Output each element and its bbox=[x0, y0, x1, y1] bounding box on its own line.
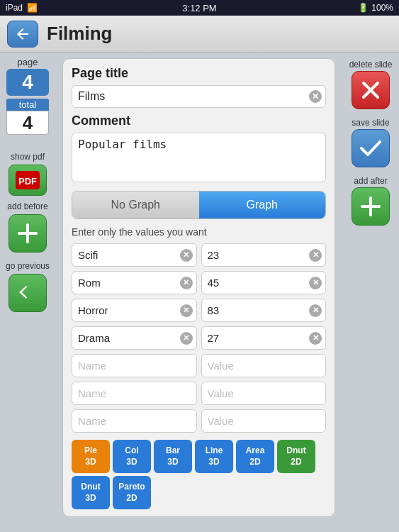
chart-type-button-7[interactable]: Pareto2D bbox=[113, 476, 151, 509]
total-value: 4 bbox=[6, 111, 49, 135]
value-input-wrap: ✕ bbox=[201, 271, 327, 294]
name-input-wrap: ✕ bbox=[72, 326, 197, 350]
name-input-wrap: ✕ bbox=[72, 299, 197, 322]
status-bar: iPad 📶 3:12 PM 🔋 100% bbox=[0, 0, 399, 16]
value-input[interactable] bbox=[201, 326, 327, 350]
page-number: 4 bbox=[6, 69, 49, 96]
comment-label: Comment bbox=[72, 113, 326, 128]
data-row: ✕✕ bbox=[72, 271, 326, 294]
add-after-label: add after bbox=[354, 176, 387, 186]
value-input-wrap bbox=[201, 409, 327, 433]
delete-slide-label: delete slide bbox=[349, 60, 393, 70]
chart-type-button-3[interactable]: Line3D bbox=[195, 440, 233, 473]
instruction-text: Enter only the values you want bbox=[72, 226, 326, 238]
value-clear-button[interactable]: ✕ bbox=[309, 304, 322, 317]
value-input[interactable] bbox=[201, 271, 327, 294]
chart-type-button-0[interactable]: Pie3D bbox=[72, 440, 110, 473]
carrier-label: iPad bbox=[6, 3, 23, 13]
name-input[interactable] bbox=[72, 299, 197, 322]
chart-type-button-6[interactable]: Dnut3D bbox=[72, 476, 110, 509]
name-input[interactable] bbox=[72, 409, 197, 433]
name-clear-button[interactable]: ✕ bbox=[180, 304, 193, 317]
svg-rect-3 bbox=[18, 232, 38, 235]
delete-slide-button[interactable] bbox=[352, 71, 390, 109]
name-input[interactable] bbox=[72, 354, 197, 377]
name-clear-button[interactable]: ✕ bbox=[180, 277, 193, 289]
comment-input[interactable] bbox=[72, 133, 326, 182]
go-previous-button[interactable] bbox=[9, 274, 47, 312]
value-input-wrap: ✕ bbox=[201, 299, 327, 322]
form-card: Page title ✕ Comment No Graph Graph Ente… bbox=[62, 58, 335, 517]
page-title: Filming bbox=[47, 23, 112, 45]
value-input[interactable] bbox=[201, 409, 327, 433]
name-input-wrap bbox=[72, 382, 197, 405]
name-input-wrap bbox=[72, 354, 197, 377]
page-title-clear-button[interactable]: ✕ bbox=[309, 90, 322, 103]
value-input[interactable] bbox=[201, 382, 327, 405]
name-input[interactable] bbox=[72, 382, 197, 405]
chart-type-button-4[interactable]: Area2D bbox=[236, 440, 274, 473]
show-pdf-label: show pdf bbox=[11, 152, 45, 162]
battery-icon: 🔋 bbox=[358, 3, 369, 13]
add-before-label: add before bbox=[7, 201, 47, 211]
back-button[interactable] bbox=[7, 21, 38, 48]
content-area: Page title ✕ Comment No Graph Graph Ente… bbox=[55, 52, 342, 532]
save-slide-button[interactable] bbox=[352, 129, 390, 167]
main-layout: page 4 total 4 show pdf PDF add before bbox=[0, 52, 399, 532]
page-title-input[interactable] bbox=[72, 85, 326, 108]
page-title-field-wrap: ✕ bbox=[72, 85, 326, 108]
header: Filming bbox=[0, 16, 399, 52]
value-input[interactable] bbox=[201, 354, 327, 377]
data-row: ✕✕ bbox=[72, 299, 326, 322]
value-clear-button[interactable]: ✕ bbox=[309, 249, 322, 262]
data-row bbox=[72, 354, 326, 377]
chart-type-button-1[interactable]: Col3D bbox=[113, 440, 151, 473]
value-input-wrap bbox=[201, 354, 327, 377]
data-row: ✕✕ bbox=[72, 243, 326, 267]
chart-type-button-2[interactable]: Bar3D bbox=[154, 440, 192, 473]
value-input[interactable] bbox=[201, 243, 327, 267]
value-input-wrap bbox=[201, 382, 327, 405]
go-previous-label: go previous bbox=[6, 261, 50, 271]
name-clear-button[interactable]: ✕ bbox=[180, 332, 193, 345]
data-row: ✕✕ bbox=[72, 326, 326, 350]
name-input-wrap: ✕ bbox=[72, 243, 197, 267]
svg-text:PDF: PDF bbox=[18, 176, 37, 187]
left-sidebar: page 4 total 4 show pdf PDF add before bbox=[0, 52, 55, 532]
value-input-wrap: ✕ bbox=[201, 243, 327, 267]
chart-type-selector: Pie3DCol3DBar3DLine3DArea2DDnut2DDnut3DP… bbox=[72, 440, 326, 509]
right-sidebar: delete slide save slide add after bbox=[342, 52, 399, 532]
wifi-icon: 📶 bbox=[27, 3, 38, 13]
name-input[interactable] bbox=[72, 326, 197, 350]
page-title-label: Page title bbox=[72, 66, 326, 81]
data-row bbox=[72, 382, 326, 405]
no-graph-button[interactable]: No Graph bbox=[72, 192, 199, 218]
show-pdf-button[interactable]: PDF bbox=[9, 165, 47, 196]
name-clear-button[interactable]: ✕ bbox=[180, 249, 193, 262]
add-after-button[interactable] bbox=[352, 187, 390, 226]
value-clear-button[interactable]: ✕ bbox=[309, 277, 322, 289]
total-label: total bbox=[6, 99, 49, 111]
battery-label: 100% bbox=[371, 3, 393, 13]
graph-button[interactable]: Graph bbox=[199, 192, 326, 218]
name-input[interactable] bbox=[72, 271, 197, 294]
data-rows: ✕✕✕✕✕✕✕✕ bbox=[72, 243, 326, 433]
name-input-wrap bbox=[72, 409, 197, 433]
graph-toggle: No Graph Graph bbox=[72, 191, 326, 219]
value-input-wrap: ✕ bbox=[201, 326, 327, 350]
add-before-button[interactable] bbox=[9, 214, 47, 253]
time-display: 3:12 PM bbox=[182, 3, 216, 13]
chart-type-button-5[interactable]: Dnut2D bbox=[277, 440, 315, 473]
name-input-wrap: ✕ bbox=[72, 271, 197, 294]
value-input[interactable] bbox=[201, 299, 327, 322]
value-clear-button[interactable]: ✕ bbox=[309, 332, 322, 345]
data-row bbox=[72, 409, 326, 433]
page-label: page bbox=[18, 57, 38, 67]
save-slide-label: save slide bbox=[352, 118, 389, 128]
svg-rect-7 bbox=[361, 205, 381, 208]
name-input[interactable] bbox=[72, 243, 197, 267]
